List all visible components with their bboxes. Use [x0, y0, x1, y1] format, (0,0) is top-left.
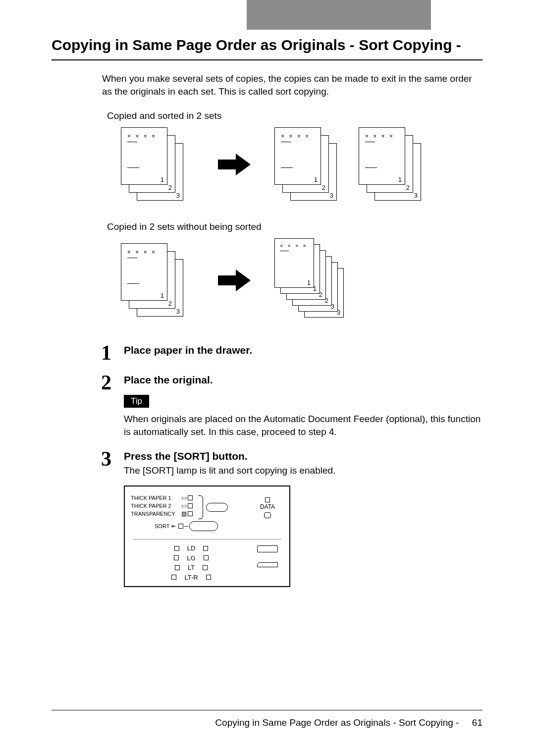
- size-ltr: LT-R: [184, 573, 198, 583]
- step-subtext: The [SORT] lamp is lit and sort copying …: [124, 464, 482, 477]
- page-num-1: 1: [398, 176, 402, 183]
- page-num-1: 1: [307, 279, 311, 286]
- page-content: Copying in Same Page Order as Originals …: [52, 30, 482, 587]
- original-stack: 3 2 × × × × 1: [121, 127, 185, 202]
- paper-icon: ▭: [181, 502, 187, 509]
- paper-size-list: LD LG LT LT-R: [131, 543, 252, 582]
- sorted-set-2: 3 2 × × × × 1: [359, 127, 423, 202]
- page-num-1: 1: [160, 292, 164, 299]
- page-marks-icon: × × × ×: [365, 133, 394, 140]
- step-heading: Place the original.: [124, 374, 482, 386]
- led-icon: [188, 495, 193, 500]
- page-marks-icon: × × × ×: [127, 133, 157, 140]
- page-num-1: 1: [160, 176, 164, 183]
- diagram-sorted: 3 2 × × × × 1 3 2 × × × × 1 3 2 × × × ×: [121, 127, 482, 202]
- caption-unsorted: Copied in 2 sets without being sorted: [107, 221, 482, 232]
- page-marks-icon: × × × ×: [281, 133, 310, 140]
- step-1: 1 Place paper in the drawer.: [101, 342, 482, 363]
- step-2: 2 Place the original. Tip When originals…: [101, 372, 482, 438]
- page-num-2: 2: [406, 184, 410, 191]
- size-lg: LG: [187, 553, 195, 563]
- original-stack-2: 3 2 × × × × 1: [121, 243, 185, 318]
- size-lt: LT: [188, 563, 195, 573]
- panel-thick1-label: THICK PAPER 1: [131, 495, 180, 501]
- header-tab: [247, 0, 431, 30]
- tray-icon: [257, 562, 278, 567]
- option-button-icon: [206, 503, 228, 513]
- step-heading: Press the [SORT] button.: [124, 450, 482, 462]
- section-title: Copying in Same Page Order as Originals …: [52, 30, 482, 59]
- page-num-2: 2: [168, 300, 172, 307]
- page-marks-icon: × × × ×: [280, 243, 308, 249]
- footer-page-number: 61: [472, 717, 482, 728]
- panel-sort-label: SORT: [155, 523, 169, 529]
- footer-title: Copying in Same Page Order as Originals …: [215, 717, 459, 728]
- step-3: 3 Press the [SORT] button. The [SORT] la…: [101, 448, 482, 477]
- sort-button-icon: [189, 521, 218, 531]
- led-icon: [265, 497, 270, 502]
- tip-text: When originals are placed on the Automat…: [124, 413, 482, 438]
- sort-icon: ⇤: [171, 523, 176, 530]
- panel-thick2-label: THICK PAPER 2: [131, 503, 180, 509]
- title-rule: [52, 59, 482, 60]
- page-footer: Copying in Same Page Order as Originals …: [52, 710, 482, 728]
- paper-icon: ▭: [181, 494, 187, 501]
- led-icon: [188, 511, 193, 516]
- step-number: 1: [101, 342, 124, 363]
- led-icon: [188, 503, 193, 508]
- unsorted-output: 3 3 2 2 1 × × × × 1: [274, 238, 354, 323]
- intro-paragraph: When you make several sets of copies, th…: [102, 72, 482, 98]
- control-panel-diagram: THICK PAPER 1 ▭ THICK PAPER 2 ▭ TRANSPAR…: [124, 486, 290, 587]
- caption-sorted: Copied and sorted in 2 sets: [107, 110, 482, 121]
- page-num-3: 3: [176, 192, 180, 199]
- page-num-2: 2: [322, 184, 325, 191]
- tip-badge: Tip: [124, 395, 149, 408]
- led-icon: [178, 524, 183, 529]
- page-num-2: 2: [168, 184, 172, 191]
- transparency-icon: ▨: [181, 510, 187, 517]
- step-number: 2: [101, 372, 124, 393]
- page-num-1: 1: [314, 176, 318, 183]
- diagram-unsorted: 3 2 × × × × 1 3 3 2 2 1 × × × × 1: [121, 238, 482, 323]
- panel-transparency-label: TRANSPARENCY: [131, 511, 180, 517]
- page-num-3: 3: [176, 308, 180, 315]
- page-marks-icon: × × × ×: [127, 249, 157, 256]
- page-num-3: 3: [330, 192, 333, 199]
- footer-rule: [52, 710, 482, 710]
- page-num-3: 3: [414, 192, 418, 199]
- sorted-set-1: 3 2 × × × × 1: [274, 127, 339, 202]
- step-heading: Place paper in the drawer.: [124, 344, 482, 356]
- panel-data-label: DATA: [252, 503, 283, 510]
- step-number: 3: [101, 448, 124, 469]
- data-icon: 🖵: [252, 511, 283, 520]
- tray-icon: [257, 545, 278, 552]
- size-ld: LD: [187, 543, 196, 553]
